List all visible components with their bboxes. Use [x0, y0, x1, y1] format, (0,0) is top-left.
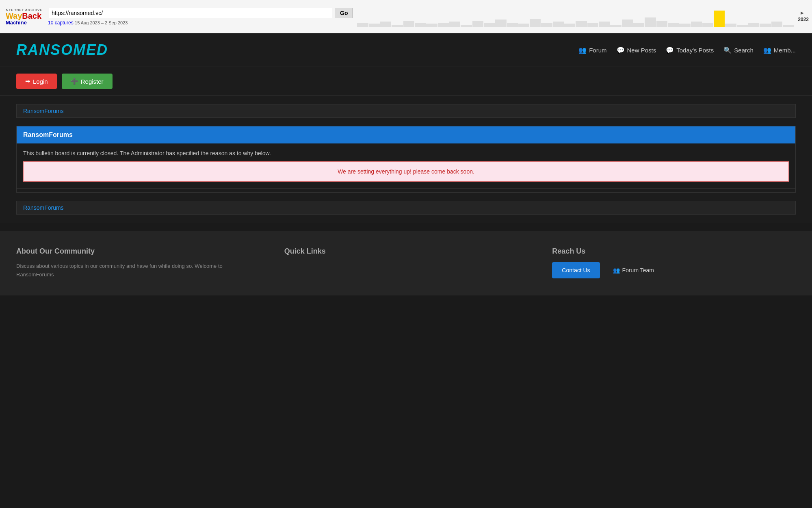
timeline-bar [599, 22, 610, 27]
nav-search-label: Search [734, 47, 754, 54]
footer-reach-actions: Contact Us 👥 Forum Team [552, 262, 796, 278]
breadcrumb-top: RansomForums [16, 104, 796, 118]
timeline-bar [484, 23, 495, 27]
date-range: 15 Aug 2023 – 2 Sep 2023 [75, 20, 128, 25]
timeline-bar [495, 20, 506, 27]
wayback-logo: INTERNET ARCHIVE WayBack Machine [3, 8, 44, 25]
main-content: RansomForums RansomForums This bulletin … [0, 96, 812, 223]
wayback-bar: INTERNET ARCHIVE WayBack Machine Go 10 c… [0, 0, 812, 33]
timeline-bar [438, 23, 449, 27]
breadcrumb-bottom: RansomForums [16, 201, 796, 215]
timeline-bar [576, 21, 587, 27]
nav-todays-posts[interactable]: 💬 Today's Posts [666, 46, 714, 54]
timeline-bar [369, 24, 380, 27]
year-label: 2022 [798, 17, 809, 22]
timeline-bar [656, 21, 667, 27]
contact-us-button[interactable]: Contact Us [552, 262, 600, 278]
forum-icon: 👥 [578, 46, 587, 54]
forum-team-link[interactable]: 👥 Forum Team [613, 267, 654, 274]
site-header: RANSOMED 👥 Forum 💬 New Posts 💬 Today's P… [0, 33, 812, 67]
timeline-bar [587, 23, 598, 27]
timeline-bar [392, 25, 403, 27]
register-icon: ➕ [71, 78, 78, 85]
register-button[interactable]: ➕ Register [62, 74, 113, 89]
timeline-bar [553, 22, 564, 27]
search-icon: 🔍 [723, 46, 732, 54]
timeline-bar [668, 23, 679, 27]
timeline-bar [415, 23, 426, 27]
forum-section-body: This bulletin board is currently closed.… [17, 143, 795, 188]
login-button[interactable]: ➡ Login [16, 74, 57, 89]
nav-new-posts-label: New Posts [627, 47, 656, 54]
footer-about-title: About Our Community [16, 247, 260, 256]
timeline-bar [783, 25, 794, 27]
site-nav: 👥 Forum 💬 New Posts 💬 Today's Posts 🔍 Se… [578, 46, 796, 54]
collapse-arrow: ▶ [801, 11, 804, 15]
timeline-bar [725, 24, 736, 27]
login-icon: ➡ [25, 78, 30, 85]
timeline-bar [472, 21, 483, 27]
timeline-bar [530, 19, 541, 27]
timeline-bar [737, 25, 748, 27]
todays-posts-icon: 💬 [666, 46, 674, 54]
message-box: We are setting everything up! please com… [23, 161, 789, 182]
timeline-bar [691, 22, 702, 27]
timeline: ▶ 2022 [357, 4, 809, 29]
timeline-bar [702, 23, 713, 27]
nav-search[interactable]: 🔍 Search [723, 46, 754, 54]
machine-text: Machine [6, 20, 41, 25]
footer-reach-us: Reach Us Contact Us 👥 Forum Team [552, 247, 796, 279]
forum-section-header: RansomForums [17, 126, 795, 143]
nav-new-posts[interactable]: 💬 New Posts [617, 46, 656, 54]
footer-about: About Our Community Discuss about variou… [16, 247, 260, 279]
timeline-bar [748, 23, 759, 27]
nav-todays-posts-label: Today's Posts [676, 47, 714, 54]
timeline-bar [449, 22, 460, 27]
captures-link[interactable]: 10 captures [48, 20, 74, 26]
footer-about-text: Discuss about various topics in our comm… [16, 262, 260, 279]
captures-info: 10 captures 15 Aug 2023 – 2 Sep 2023 [48, 20, 353, 26]
forum-team-icon: 👥 [613, 267, 620, 274]
timeline-bar [633, 23, 644, 27]
members-icon: 👥 [763, 46, 771, 54]
wayback-logo-text: WayBack Machine [6, 12, 41, 25]
timeline-bar [645, 17, 656, 27]
nav-forum[interactable]: 👥 Forum [578, 46, 606, 54]
back-text: Back [22, 11, 41, 20]
timeline-bar [771, 22, 782, 27]
forum-section-footer [17, 188, 795, 192]
timeline-bar [564, 24, 575, 27]
register-label: Register [81, 78, 104, 85]
nav-members-label: Memb... [774, 47, 796, 54]
footer-quick-links: Quick Links [284, 247, 528, 279]
timeline-bar [507, 23, 518, 27]
timeline-bar [426, 24, 437, 27]
message-box-text: We are setting everything up! please com… [338, 168, 474, 175]
timeline-bar [610, 25, 621, 27]
timeline-bar [357, 23, 368, 27]
go-button[interactable]: Go [335, 8, 353, 18]
timeline-bars [357, 7, 794, 27]
site-footer: About Our Community Discuss about variou… [0, 231, 812, 295]
login-label: Login [33, 78, 48, 85]
timeline-bar [679, 24, 690, 27]
timeline-bar [541, 23, 552, 27]
breadcrumb-top-link[interactable]: RansomForums [23, 108, 64, 114]
forum-section: RansomForums This bulletin board is curr… [16, 126, 796, 193]
url-input[interactable] [48, 8, 332, 18]
timeline-bar [622, 20, 633, 27]
nav-members[interactable]: 👥 Memb... [763, 46, 796, 54]
year-nav: ▶ 2022 [795, 11, 809, 22]
forum-team-label: Forum Team [622, 267, 654, 274]
new-posts-icon: 💬 [617, 46, 625, 54]
footer-reach-title: Reach Us [552, 247, 796, 256]
nav-forum-label: Forum [589, 47, 606, 54]
url-row: Go [48, 8, 353, 18]
timeline-bar [461, 25, 472, 27]
breadcrumb-bottom-link[interactable]: RansomForums [23, 204, 64, 211]
auth-bar: ➡ Login ➕ Register [0, 67, 812, 96]
site-logo: RANSOMED [16, 41, 108, 59]
footer-quick-links-title: Quick Links [284, 247, 528, 256]
way-text: Way [6, 11, 22, 20]
timeline-bar-active [714, 11, 725, 27]
